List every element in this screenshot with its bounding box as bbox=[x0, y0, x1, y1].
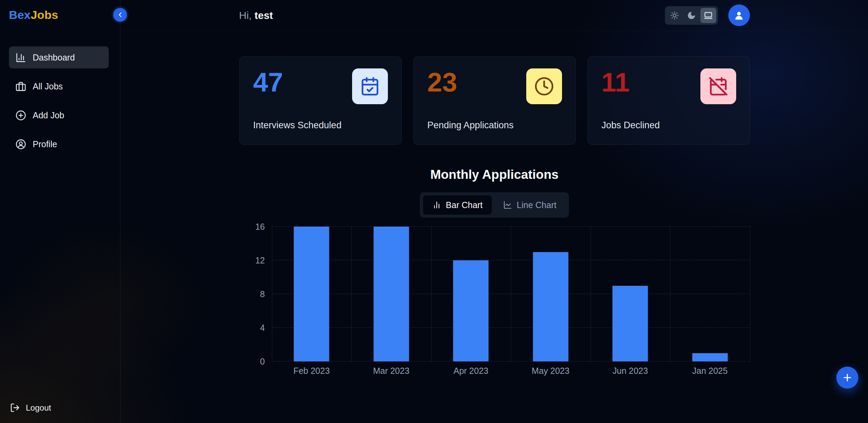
clock-icon bbox=[526, 68, 562, 104]
x-axis-label: Jun 2023 bbox=[591, 366, 670, 376]
app-logo-part1: Bex bbox=[9, 8, 31, 21]
calendar-check-icon bbox=[352, 68, 388, 104]
calendar-off-icon bbox=[700, 68, 736, 104]
moon-icon bbox=[687, 11, 696, 20]
bar-chart-icon bbox=[432, 200, 441, 209]
app-logo-part2: Jobs bbox=[31, 8, 58, 21]
v-gridline bbox=[351, 227, 352, 361]
greeting-prefix: Hi, bbox=[239, 10, 252, 21]
user-icon bbox=[733, 10, 744, 21]
line-chart-icon bbox=[503, 200, 512, 209]
theme-light-button[interactable] bbox=[667, 8, 682, 23]
line-chart-toggle-label: Line Chart bbox=[517, 200, 556, 210]
user-circle-icon bbox=[15, 139, 26, 150]
y-axis-tick: 12 bbox=[255, 256, 265, 265]
sidebar-collapse-button[interactable] bbox=[113, 8, 127, 22]
theme-switcher bbox=[665, 6, 718, 25]
y-axis-tick: 0 bbox=[260, 357, 265, 367]
y-axis-tick: 16 bbox=[255, 222, 265, 232]
chevron-left-icon bbox=[116, 11, 124, 19]
sidebar-item-label: Add Job bbox=[33, 110, 64, 120]
sidebar-item-dashboard[interactable]: Dashboard bbox=[9, 46, 109, 68]
chart-title: Monthly Applications bbox=[239, 167, 750, 182]
y-axis-tick: 4 bbox=[260, 323, 265, 333]
logout-icon bbox=[10, 403, 20, 413]
theme-dark-button[interactable] bbox=[684, 8, 699, 23]
v-gridline bbox=[272, 227, 272, 361]
x-axis-label: Apr 2023 bbox=[431, 366, 511, 376]
monthly-applications-chart: 0481216 bbox=[239, 227, 750, 361]
briefcase-icon bbox=[15, 81, 26, 92]
username: test bbox=[255, 10, 273, 21]
main-area: Hi, test bbox=[121, 0, 868, 423]
v-gridline bbox=[511, 227, 511, 361]
stat-card-interviews: 47 Interviews Scheduled bbox=[239, 56, 402, 145]
chart-plot bbox=[272, 227, 750, 361]
v-gridline bbox=[431, 227, 432, 361]
chart-bar[interactable] bbox=[294, 227, 329, 361]
chart-bar[interactable] bbox=[453, 260, 489, 361]
logout-button[interactable]: Logout bbox=[0, 403, 51, 423]
stat-label: Interviews Scheduled bbox=[253, 120, 388, 131]
stat-value: 23 bbox=[427, 68, 457, 97]
sidebar-item-label: Profile bbox=[33, 139, 57, 149]
stat-value: 47 bbox=[253, 68, 283, 97]
chart-bar[interactable] bbox=[692, 353, 728, 362]
v-gridline bbox=[750, 227, 750, 361]
stat-value: 11 bbox=[602, 68, 630, 97]
plus-icon bbox=[842, 372, 853, 383]
chart-y-axis: 0481216 bbox=[239, 227, 272, 361]
v-gridline bbox=[670, 227, 670, 361]
sidebar-item-label: All Jobs bbox=[33, 82, 63, 91]
bar-chart-toggle-button[interactable]: Bar Chart bbox=[423, 195, 492, 215]
bar-chart-icon bbox=[15, 52, 26, 63]
v-gridline bbox=[591, 227, 591, 361]
chart-bar[interactable] bbox=[533, 252, 568, 362]
bar-chart-toggle-label: Bar Chart bbox=[446, 200, 483, 210]
logout-label: Logout bbox=[26, 403, 51, 413]
chart-type-toggle: Bar Chart Line Chart bbox=[420, 192, 569, 218]
chart-x-axis: Feb 2023Mar 2023Apr 2023May 2023Jun 2023… bbox=[272, 366, 750, 376]
sidebar-item-add-job[interactable]: Add Job bbox=[9, 104, 109, 126]
stat-label: Jobs Declined bbox=[602, 120, 736, 131]
sidebar-item-profile[interactable]: Profile bbox=[9, 133, 109, 155]
line-chart-toggle-button[interactable]: Line Chart bbox=[494, 195, 565, 215]
x-axis-label: Jan 2025 bbox=[670, 366, 750, 376]
stat-card-pending: 23 Pending Applications bbox=[413, 56, 576, 145]
top-header: Hi, test bbox=[121, 0, 868, 31]
plus-circle-icon bbox=[15, 110, 26, 121]
x-axis-label: Feb 2023 bbox=[272, 366, 352, 376]
sidebar: BexJobs Dashboard All Jobs Add Job bbox=[0, 0, 120, 423]
x-axis-label: May 2023 bbox=[511, 366, 591, 376]
sun-icon bbox=[670, 11, 679, 20]
laptop-icon bbox=[704, 11, 713, 20]
stat-label: Pending Applications bbox=[427, 120, 562, 131]
stat-card-declined: 11 Jobs Declined bbox=[588, 56, 750, 145]
add-job-fab[interactable] bbox=[836, 367, 858, 389]
theme-system-button[interactable] bbox=[700, 8, 716, 23]
x-axis-label: Mar 2023 bbox=[351, 366, 431, 376]
y-axis-tick: 8 bbox=[260, 289, 265, 299]
sidebar-item-all-jobs[interactable]: All Jobs bbox=[9, 75, 109, 97]
stats-row: 47 Interviews Scheduled 23 Pending Appli… bbox=[239, 56, 750, 145]
chart-bar[interactable] bbox=[613, 286, 648, 362]
chart-bar[interactable] bbox=[373, 227, 409, 361]
avatar[interactable] bbox=[728, 4, 750, 26]
app-logo: BexJobs bbox=[0, 0, 120, 22]
sidebar-nav: Dashboard All Jobs Add Job Profile bbox=[0, 46, 120, 155]
sidebar-item-label: Dashboard bbox=[33, 53, 75, 63]
greeting: Hi, test bbox=[239, 10, 273, 21]
